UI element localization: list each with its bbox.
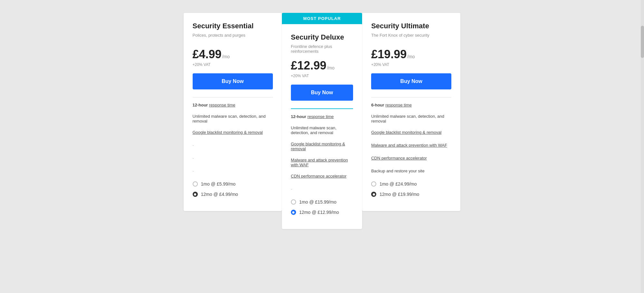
- plan-ultimate-subtitle: The Fort Knox of cyber security: [371, 33, 451, 43]
- plan-deluxe-feature-1[interactable]: Google blacklist monitoring & removal: [291, 142, 353, 151]
- plan-ultimate-option-0-label: 1mo @ £24.99/mo: [380, 181, 417, 187]
- plan-deluxe-divider: [291, 108, 353, 109]
- scrollbar-thumb[interactable]: [641, 26, 644, 58]
- plan-essential-feature-0: Unlimited malware scan, detection, and r…: [193, 114, 273, 124]
- plan-ultimate-period: /mo: [407, 54, 415, 59]
- plan-essential-period: /mo: [222, 54, 230, 59]
- plan-essential-response: 12-hour response time: [193, 103, 273, 107]
- plan-essential-title: Security Essential: [193, 22, 273, 30]
- plan-deluxe-response-label: response time: [307, 114, 334, 119]
- plan-ultimate-feature-1[interactable]: Google blacklist monitoring & removal: [371, 130, 451, 136]
- plan-essential-divider: [193, 97, 273, 97]
- plan-deluxe-feature-4: -: [291, 187, 353, 193]
- plan-essential-subtitle: Polices, protects and purges: [193, 33, 273, 43]
- plan-deluxe: Security Deluxe Frontline defence plus r…: [282, 24, 362, 229]
- plan-deluxe-pricing-options: 1mo @ £15.99/mo 12mo @ £12.99/mo: [291, 199, 353, 215]
- plan-essential-vat: +20% VAT: [193, 62, 273, 67]
- plan-ultimate-option-1-label: 12mo @ £19.99/mo: [380, 192, 419, 197]
- plan-ultimate-radio-0[interactable]: [371, 181, 376, 187]
- plan-deluxe-option-0-label: 1mo @ £15.99/mo: [299, 199, 336, 205]
- plan-ultimate-title: Security Ultimate: [371, 22, 451, 30]
- plan-essential-option-1-label: 12mo @ £4.99/mo: [201, 192, 238, 197]
- plan-deluxe-option-1-label: 12mo @ £12.99/mo: [299, 210, 339, 215]
- plan-ultimate-price-row: £19.99 /mo: [371, 48, 451, 61]
- plan-essential-price: £4.99: [193, 48, 222, 61]
- plan-essential-buy-button[interactable]: Buy Now: [193, 73, 273, 89]
- plan-ultimate-pricing-options: 1mo @ £24.99/mo 12mo @ £19.99/mo: [371, 181, 451, 197]
- plan-deluxe-vat: +20% VAT: [291, 74, 353, 78]
- plan-deluxe-radio-1[interactable]: [291, 210, 296, 215]
- plan-ultimate-buy-button[interactable]: Buy Now: [371, 73, 451, 89]
- plan-deluxe-response-time: 12-hour: [291, 114, 306, 119]
- plan-deluxe-price: £12.99: [291, 59, 326, 72]
- plan-deluxe-subtitle: Frontline defence plus reinforcements: [291, 44, 353, 54]
- scrollbar[interactable]: [641, 0, 644, 293]
- plan-essential-option-0-label: 1mo @ £5.99/mo: [201, 181, 236, 187]
- plan-essential-pricing-options: 1mo @ £5.99/mo 12mo @ £4.99/mo: [193, 181, 273, 197]
- plan-ultimate-response: 6-hour response time: [371, 103, 451, 107]
- plan-essential-response-label: response time: [209, 103, 235, 107]
- plan-essential-radio-1-inner: [194, 193, 196, 196]
- plan-ultimate-feature-0: Unlimited malware scan, detection, and r…: [371, 114, 451, 124]
- plan-essential-option-1[interactable]: 12mo @ £4.99/mo: [193, 192, 273, 197]
- plan-ultimate-option-0[interactable]: 1mo @ £24.99/mo: [371, 181, 451, 187]
- plan-deluxe-period: /mo: [327, 65, 334, 70]
- plan-deluxe-option-0[interactable]: 1mo @ £15.99/mo: [291, 199, 353, 205]
- plan-ultimate-response-time: 6-hour: [371, 103, 384, 107]
- plan-ultimate-feature-4: Backup and restore your site: [371, 169, 451, 175]
- most-popular-banner: MOST POPULAR: [282, 13, 362, 24]
- plan-deluxe-feature-2[interactable]: Malware and attack prevention with WAF: [291, 158, 353, 167]
- plan-ultimate-radio-1[interactable]: [371, 192, 376, 197]
- plan-essential-feature-1[interactable]: Google blacklist monitoring & removal: [193, 130, 273, 136]
- plan-essential-response-time: 12-hour: [193, 103, 208, 107]
- plan-deluxe-feature-0: Unlimited malware scan, detection, and r…: [291, 125, 353, 135]
- plan-ultimate-option-1[interactable]: 12mo @ £19.99/mo: [371, 192, 451, 197]
- plan-ultimate-price: £19.99: [371, 48, 407, 61]
- plan-deluxe-response: 12-hour response time: [291, 114, 353, 119]
- plan-ultimate-feature-3[interactable]: CDN performance accelerator: [371, 156, 451, 162]
- plan-essential-feature-3: -: [193, 156, 273, 162]
- plan-deluxe-title: Security Deluxe: [291, 33, 353, 41]
- plan-deluxe-radio-1-inner: [292, 211, 294, 214]
- plan-deluxe-buy-button[interactable]: Buy Now: [291, 85, 353, 101]
- plan-deluxe-option-1[interactable]: 12mo @ £12.99/mo: [291, 210, 353, 215]
- plan-essential-feature-4: -: [193, 169, 273, 175]
- plan-deluxe-wrapper: MOST POPULAR Security Deluxe Frontline d…: [282, 13, 362, 229]
- plan-ultimate-divider: [371, 97, 451, 97]
- plan-deluxe-price-row: £12.99 /mo: [291, 59, 353, 72]
- plan-ultimate-feature-2[interactable]: Malware and attack prevention with WAF: [371, 143, 451, 149]
- plan-deluxe-feature-3[interactable]: CDN performance accelerator: [291, 174, 353, 180]
- pricing-container: Security Essential Polices, protects and…: [184, 13, 461, 229]
- plan-deluxe-radio-0[interactable]: [291, 199, 296, 205]
- plan-essential-radio-1[interactable]: [193, 192, 198, 197]
- plan-essential-option-0[interactable]: 1mo @ £5.99/mo: [193, 181, 273, 187]
- plan-essential-radio-0[interactable]: [193, 181, 198, 187]
- plan-essential-price-row: £4.99 /mo: [193, 48, 273, 61]
- plan-essential-feature-2: -: [193, 143, 273, 149]
- plan-essential: Security Essential Polices, protects and…: [184, 13, 282, 211]
- plan-ultimate: Security Ultimate The Fort Knox of cyber…: [362, 13, 460, 211]
- plan-ultimate-response-label: response time: [385, 103, 412, 107]
- plan-ultimate-vat: +20% VAT: [371, 62, 451, 67]
- plan-ultimate-radio-1-inner: [373, 193, 375, 196]
